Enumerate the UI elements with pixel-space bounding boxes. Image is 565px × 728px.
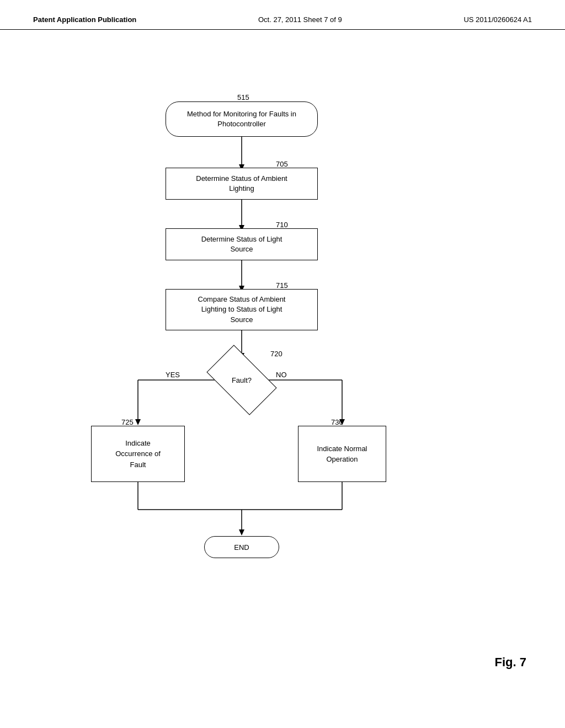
node-end: END	[204, 536, 279, 558]
node-end-label: END	[234, 543, 249, 552]
step-705: 705	[276, 160, 288, 168]
node-515: Method for Monitoring for Faults in Phot…	[166, 101, 318, 137]
node-715: Compare Status of Ambient Lighting to St…	[166, 289, 318, 330]
svg-marker-10	[135, 419, 141, 425]
step-725: 725	[121, 418, 134, 426]
svg-marker-18	[239, 529, 244, 536]
node-710: Determine Status of Light Source	[166, 228, 318, 260]
step-720: 720	[270, 350, 282, 358]
diamond-shape	[206, 345, 276, 415]
header-left: Patent Application Publication	[33, 15, 136, 24]
node-705: Determine Status of Ambient Lighting	[166, 168, 318, 200]
node-720: Fault?	[211, 358, 272, 402]
node-705-label: Determine Status of Ambient Lighting	[196, 174, 287, 194]
fig-label: Fig. 7	[495, 655, 526, 670]
step-715: 715	[276, 281, 288, 290]
node-715-label: Compare Status of Ambient Lighting to St…	[198, 295, 286, 325]
header-center: Oct. 27, 2011 Sheet 7 of 9	[258, 15, 342, 24]
yes-label: YES	[166, 371, 180, 379]
node-725-label: Indicate Occurrence of Fault	[115, 438, 161, 470]
flowchart: Method for Monitoring for Faults in Phot…	[0, 30, 565, 692]
step-730: 730	[331, 418, 343, 426]
step-515: 515	[237, 93, 249, 101]
page-header: Patent Application Publication Oct. 27, …	[0, 0, 565, 30]
node-730-label: Indicate Normal Operation	[317, 443, 367, 465]
node-515-label: Method for Monitoring for Faults in Phot…	[187, 109, 296, 129]
no-label: NO	[276, 371, 287, 379]
header-right: US 2011/0260624 A1	[463, 15, 532, 24]
step-710: 710	[276, 221, 288, 229]
node-725: Indicate Occurrence of Fault	[91, 426, 185, 482]
node-710-label: Determine Status of Light Source	[201, 234, 282, 254]
node-730: Indicate Normal Operation	[298, 426, 386, 482]
